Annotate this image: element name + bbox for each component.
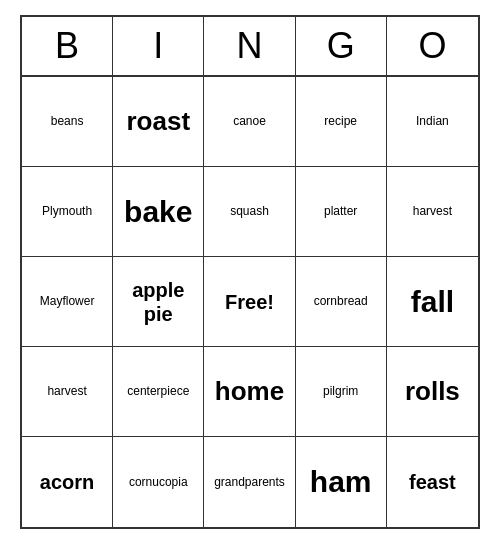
bingo-cell-r0-c0: beans [22, 77, 113, 167]
bingo-cell-r1-c0: Plymouth [22, 167, 113, 257]
cell-label: harvest [47, 384, 86, 398]
header-letter: B [22, 17, 113, 75]
bingo-cell-r3-c0: harvest [22, 347, 113, 437]
cell-label: ham [310, 464, 372, 500]
cell-label: beans [51, 114, 84, 128]
bingo-cell-r2-c4: fall [387, 257, 478, 347]
bingo-cell-r3-c4: rolls [387, 347, 478, 437]
bingo-cell-r0-c3: recipe [296, 77, 387, 167]
bingo-cell-r0-c2: canoe [204, 77, 295, 167]
bingo-cell-r3-c2: home [204, 347, 295, 437]
cell-label: bake [124, 194, 192, 230]
cell-label: applepie [132, 278, 184, 326]
header-letter: I [113, 17, 204, 75]
bingo-cell-r2-c0: Mayflower [22, 257, 113, 347]
cell-label: cornucopia [129, 475, 188, 489]
bingo-cell-r1-c1: bake [113, 167, 204, 257]
cell-label: harvest [413, 204, 452, 218]
cell-label: centerpiece [127, 384, 189, 398]
bingo-cell-r4-c1: cornucopia [113, 437, 204, 527]
bingo-cell-r1-c4: harvest [387, 167, 478, 257]
cell-label: fall [411, 284, 454, 320]
bingo-cell-r2-c3: cornbread [296, 257, 387, 347]
cell-label: Free! [225, 290, 274, 314]
bingo-cell-r4-c2: grandparents [204, 437, 295, 527]
bingo-cell-r1-c2: squash [204, 167, 295, 257]
cell-label: acorn [40, 470, 94, 494]
cell-label: home [215, 376, 284, 407]
cell-label: recipe [324, 114, 357, 128]
bingo-cell-r1-c3: platter [296, 167, 387, 257]
cell-label: Plymouth [42, 204, 92, 218]
cell-label: canoe [233, 114, 266, 128]
cell-label: Mayflower [40, 294, 95, 308]
bingo-cell-r2-c1: applepie [113, 257, 204, 347]
cell-label: feast [409, 470, 456, 494]
cell-label: squash [230, 204, 269, 218]
bingo-cell-r0-c1: roast [113, 77, 204, 167]
bingo-cell-r0-c4: Indian [387, 77, 478, 167]
cell-label: rolls [405, 376, 460, 407]
cell-label: grandparents [214, 475, 285, 489]
bingo-header: BINGO [22, 17, 478, 77]
bingo-cell-r2-c2: Free! [204, 257, 295, 347]
bingo-cell-r3-c1: centerpiece [113, 347, 204, 437]
bingo-card: BINGO beansroastcanoerecipeIndianPlymout… [20, 15, 480, 529]
header-letter: O [387, 17, 478, 75]
cell-label: platter [324, 204, 357, 218]
bingo-cell-r4-c3: ham [296, 437, 387, 527]
bingo-grid: beansroastcanoerecipeIndianPlymouthbakes… [22, 77, 478, 527]
header-letter: N [204, 17, 295, 75]
cell-label: cornbread [314, 294, 368, 308]
bingo-cell-r4-c0: acorn [22, 437, 113, 527]
bingo-cell-r3-c3: pilgrim [296, 347, 387, 437]
cell-label: roast [127, 106, 191, 137]
header-letter: G [296, 17, 387, 75]
bingo-cell-r4-c4: feast [387, 437, 478, 527]
cell-label: pilgrim [323, 384, 358, 398]
cell-label: Indian [416, 114, 449, 128]
